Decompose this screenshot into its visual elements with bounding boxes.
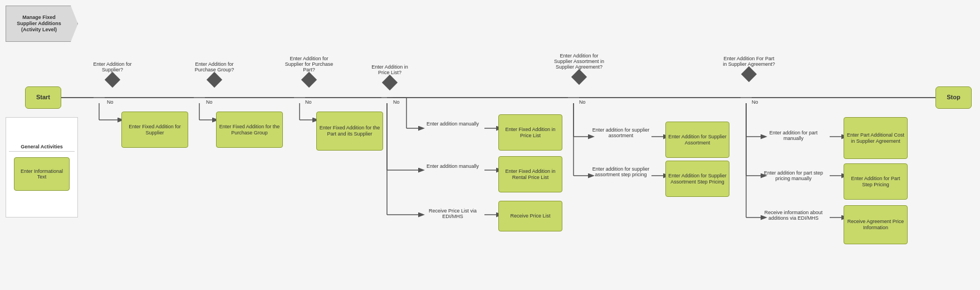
enter-manually-top-label: Enter addition manually (422, 121, 483, 127)
d5-no-label: No (579, 99, 586, 105)
title-box: Manage Fixed Supplier Additions (Activit… (6, 6, 78, 42)
general-activities-box: General Activities Enter Informational T… (6, 117, 78, 218)
d5-question: Enter Addition for Supplier Assortment i… (551, 53, 607, 70)
enter-part-step-manually-label: Enter addition for part step pricing man… (763, 170, 824, 181)
d1-question: Enter Addition for Supplier? (90, 61, 135, 72)
enter-supplier-assortment-step-label: Enter addition for supplier assortment s… (590, 166, 651, 177)
part-step-pricing-box[interactable]: Enter Addition for Part Step Pricing (844, 163, 908, 200)
fixed-addition-supplier-box[interactable]: Enter Fixed Addition for Supplier (121, 112, 188, 148)
stop-box: Stop (935, 86, 972, 109)
general-activities-label: General Activities (9, 144, 75, 152)
d2-diamond (208, 74, 220, 86)
d2-no-label: No (206, 99, 213, 105)
d3-container: Enter Addition for Supplier for Purchase… (284, 56, 334, 86)
receive-pricelist-edi-label: Receive Price List via EDI/MHS (422, 208, 483, 219)
receive-price-list-box[interactable]: Receive Price List (498, 201, 562, 231)
d1-container: Enter Addition for Supplier? (90, 61, 135, 86)
enter-manually-mid-label: Enter addition manually (422, 163, 483, 169)
fixed-addition-purchase-group-box[interactable]: Enter Fixed Addition for the Purchase Gr… (216, 112, 283, 148)
d6-no-label: No (752, 99, 758, 105)
part-additional-cost-box[interactable]: Enter Part Additional Cost in Supplier A… (844, 117, 908, 159)
agreement-price-info-box[interactable]: Receive Agreement Price Information (844, 205, 908, 244)
d1-diamond (106, 74, 119, 86)
d4-diamond (384, 76, 396, 89)
d4-question: Enter Addition in Price List? (367, 64, 412, 75)
d3-question: Enter Addition for Supplier for Purchase… (284, 56, 334, 72)
d4-container: Enter Addition in Price List? (367, 64, 412, 89)
start-box: Start (25, 86, 61, 109)
d1-no-label: No (107, 99, 114, 105)
fixed-addition-supplier-assortment-box[interactable]: Enter Addition for Supplier Assortment (665, 122, 729, 158)
d5-container: Enter Addition for Supplier Assortment i… (551, 53, 607, 83)
fixed-addition-rental-price-list-box[interactable]: Enter Fixed Addition in Rental Price Lis… (498, 156, 562, 192)
d3-no-label: No (305, 99, 312, 105)
diagram-container: Manage Fixed Supplier Additions (Activit… (0, 0, 980, 290)
receive-info-edi-label: Receive information about additions via … (763, 210, 824, 221)
d4-no-label: No (393, 99, 400, 105)
d6-question: Enter Addition For Part in Supplier Agre… (721, 56, 777, 67)
fixed-addition-price-list-box[interactable]: Enter Fixed Addition in Price List (498, 114, 562, 151)
enter-supplier-assortment-label: Enter addition for supplier assortment (590, 127, 651, 138)
d6-container: Enter Addition For Part in Supplier Agre… (721, 56, 777, 80)
fixed-addition-supplier-assortment-step-box[interactable]: Enter Addition for Supplier Assortment S… (665, 161, 729, 197)
d3-diamond (303, 74, 315, 86)
d2-question: Enter Addition for Purchase Group? (189, 61, 239, 72)
d6-diamond (743, 68, 755, 80)
d5-diamond (573, 71, 585, 83)
d2-container: Enter Addition for Purchase Group? (189, 61, 239, 86)
enter-part-manually-label: Enter addition for part manually (763, 130, 824, 141)
enter-informational-text-box[interactable]: Enter Informational Text (14, 157, 70, 191)
fixed-addition-part-supplier-box[interactable]: Enter Fixed Addition for the Part and it… (316, 112, 383, 151)
